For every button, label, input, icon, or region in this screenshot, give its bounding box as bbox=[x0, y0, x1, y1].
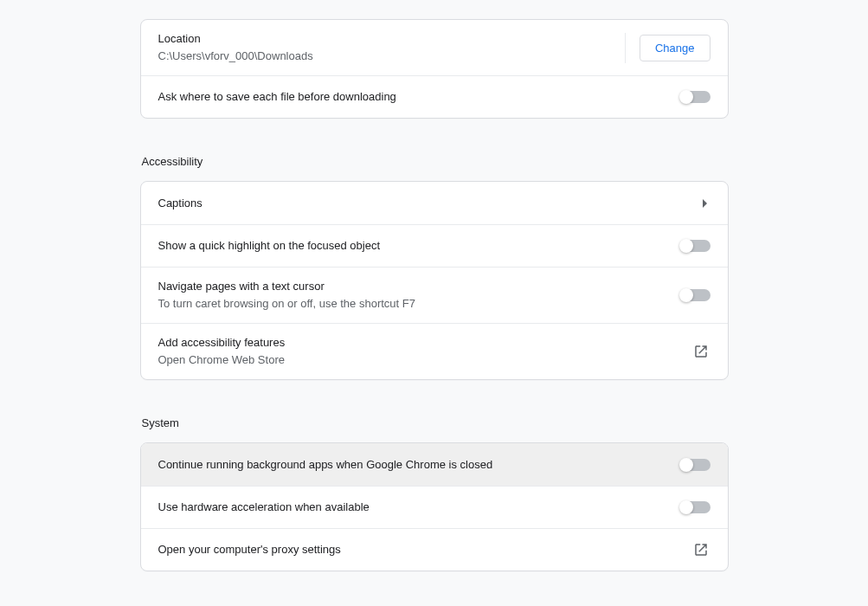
add-features-sub: Open Chrome Web Store bbox=[158, 351, 693, 369]
change-location-button[interactable]: Change bbox=[640, 35, 710, 61]
caret-row: Navigate pages with a text cursor To tur… bbox=[141, 267, 728, 323]
bg-apps-toggle[interactable] bbox=[681, 459, 710, 471]
ask-save-toggle[interactable] bbox=[681, 91, 710, 103]
external-link-icon bbox=[693, 344, 709, 359]
highlight-toggle[interactable] bbox=[681, 240, 710, 252]
proxy-row[interactable]: Open your computer's proxy settings bbox=[141, 528, 728, 571]
divider bbox=[625, 33, 626, 63]
captions-row[interactable]: Captions bbox=[141, 182, 728, 224]
chevron-right-icon bbox=[703, 199, 707, 208]
hw-accel-label: Use hardware acceleration when available bbox=[158, 499, 681, 516]
proxy-label: Open your computer's proxy settings bbox=[158, 541, 693, 558]
external-link-icon bbox=[693, 542, 709, 558]
downloads-card: Location C:\Users\vforv_000\Downloads Ch… bbox=[140, 19, 729, 119]
bg-apps-row: Continue running background apps when Go… bbox=[141, 443, 728, 486]
captions-label: Captions bbox=[158, 195, 703, 212]
ask-save-row: Ask where to save each file before downl… bbox=[141, 75, 728, 118]
download-location-label: Location bbox=[158, 30, 618, 48]
highlight-label: Show a quick highlight on the focused ob… bbox=[158, 237, 681, 255]
bg-apps-label: Continue running background apps when Go… bbox=[158, 456, 681, 474]
system-header: System bbox=[140, 416, 729, 442]
download-location-value: C:\Users\vforv_000\Downloads bbox=[158, 48, 618, 65]
hw-accel-row: Use hardware acceleration when available bbox=[141, 486, 728, 528]
accessibility-card: Captions Show a quick highlight on the f… bbox=[140, 181, 729, 380]
caret-toggle[interactable] bbox=[681, 289, 710, 301]
accessibility-header: Accessibility bbox=[140, 155, 729, 181]
add-features-row[interactable]: Add accessibility features Open Chrome W… bbox=[141, 323, 728, 379]
caret-sub: To turn caret browsing on or off, use th… bbox=[158, 295, 681, 313]
highlight-row: Show a quick highlight on the focused ob… bbox=[141, 224, 728, 267]
system-card: Continue running background apps when Go… bbox=[140, 442, 729, 571]
hw-accel-toggle[interactable] bbox=[681, 501, 710, 513]
ask-save-label: Ask where to save each file before downl… bbox=[158, 88, 681, 106]
caret-label: Navigate pages with a text cursor bbox=[158, 278, 681, 295]
download-location-row: Location C:\Users\vforv_000\Downloads Ch… bbox=[141, 20, 728, 75]
add-features-label: Add accessibility features bbox=[158, 334, 693, 351]
